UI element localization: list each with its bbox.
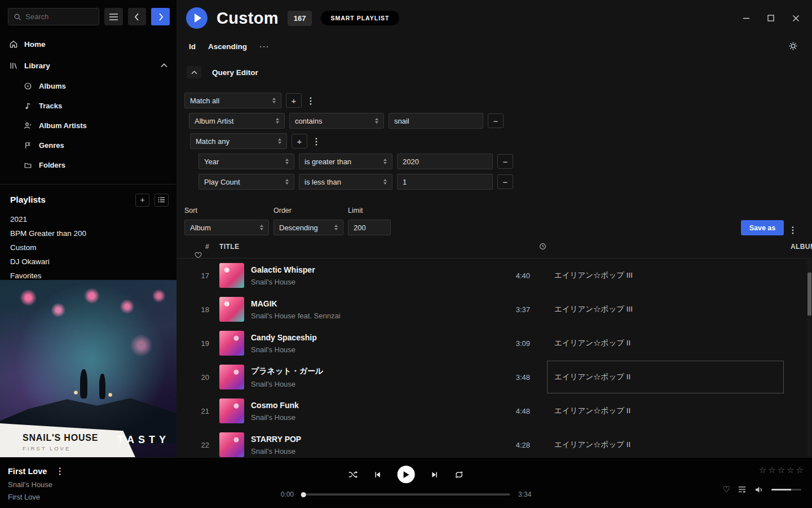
add-rule-button[interactable]: + bbox=[286, 93, 302, 108]
chevron-up-icon[interactable] bbox=[161, 63, 167, 68]
sort-dropdown[interactable]: Album bbox=[184, 220, 269, 235]
volume-slider[interactable] bbox=[771, 489, 801, 491]
sidebar-item-album-artists[interactable]: Album Artists bbox=[0, 116, 176, 135]
rule-field-dropdown[interactable]: Play Count bbox=[198, 174, 294, 190]
heart-icon[interactable] bbox=[194, 251, 202, 259]
repeat-button[interactable] bbox=[454, 470, 465, 480]
playlists-header: Playlists + bbox=[10, 191, 169, 208]
nav-back-button[interactable] bbox=[128, 8, 147, 25]
seek-handle[interactable] bbox=[301, 492, 306, 497]
search-input[interactable] bbox=[25, 12, 94, 21]
star-icon[interactable]: ☆ bbox=[787, 465, 794, 475]
maximize-button[interactable] bbox=[762, 10, 779, 27]
next-button[interactable] bbox=[430, 470, 439, 480]
track-row[interactable]: 19 Candy Spaceship Snail's House 3:09 エイ… bbox=[176, 326, 812, 360]
scrollbar-thumb[interactable] bbox=[807, 273, 811, 316]
track-row[interactable]: 21 Cosmo Funk Snail's House 4:48 エイリアン☆ポ… bbox=[176, 394, 812, 428]
match-mode-dropdown[interactable]: Match all bbox=[184, 93, 281, 108]
play-playlist-button[interactable] bbox=[186, 7, 208, 29]
rule-value-input[interactable] bbox=[389, 113, 483, 129]
order-dropdown[interactable]: Descending bbox=[273, 220, 343, 235]
rule-field-dropdown[interactable]: Album Artist bbox=[189, 113, 285, 129]
column-header-number[interactable]: # bbox=[176, 243, 219, 251]
favorite-heart-icon[interactable]: ♡ bbox=[723, 484, 730, 494]
sidebar-item-genres[interactable]: Genres bbox=[0, 135, 176, 155]
rule-value-input[interactable] bbox=[397, 154, 493, 169]
seek-bar[interactable] bbox=[302, 493, 510, 496]
track-album: エイリアン☆ポップ III bbox=[547, 259, 784, 292]
shuffle-button[interactable] bbox=[348, 470, 359, 480]
rule-operator-dropdown[interactable]: is greater than bbox=[299, 154, 392, 169]
minimize-button[interactable] bbox=[738, 10, 754, 27]
rule-value-input[interactable] bbox=[397, 174, 493, 190]
menu-button[interactable] bbox=[104, 8, 123, 25]
collapse-query-editor-button[interactable] bbox=[187, 66, 201, 78]
track-count-badge: 167 bbox=[288, 11, 312, 26]
dropdown-value: is less than bbox=[304, 178, 341, 186]
track-artist: Snail's House bbox=[251, 447, 491, 456]
minus-icon: − bbox=[503, 157, 508, 167]
track-row[interactable]: 17 Galactic Whisper Snail's House 4:40 エ… bbox=[176, 259, 812, 292]
play-icon bbox=[195, 14, 201, 23]
remove-rule-button[interactable]: − bbox=[497, 174, 513, 189]
sidebar-item-albums[interactable]: Albums bbox=[0, 76, 176, 96]
playlist-item[interactable]: DJ Okawari bbox=[0, 255, 176, 269]
track-title-block: STARRY POP Snail's House bbox=[251, 435, 491, 456]
queue-icon[interactable] bbox=[738, 485, 747, 494]
group-match-mode-dropdown[interactable]: Match any bbox=[190, 133, 287, 149]
track-album-focused[interactable]: エイリアン☆ポップ II bbox=[547, 361, 784, 393]
sidebar-item-tracks[interactable]: Tracks bbox=[0, 96, 176, 116]
sidebar-item-folders[interactable]: Folders bbox=[0, 155, 176, 175]
sidebar-item-home[interactable]: Home bbox=[0, 33, 176, 55]
playlist-item[interactable]: 2021 bbox=[0, 212, 176, 226]
add-group-rule-button[interactable]: + bbox=[292, 134, 307, 148]
sidebar-item-label: Album Artists bbox=[39, 121, 87, 130]
add-playlist-button[interactable]: + bbox=[135, 194, 149, 207]
clock-icon[interactable] bbox=[539, 242, 547, 251]
star-icon[interactable]: ☆ bbox=[796, 465, 804, 475]
group-menu-button[interactable]: ⋮ bbox=[312, 136, 321, 147]
playlist-item[interactable]: BPM Greater than 200 bbox=[0, 226, 176, 240]
column-header-album[interactable]: ALBUM bbox=[784, 243, 812, 251]
star-icon[interactable]: ☆ bbox=[759, 465, 766, 475]
play-pause-button[interactable] bbox=[398, 466, 415, 483]
sidebar-item-library[interactable]: Library bbox=[0, 55, 176, 76]
playlist-list-button[interactable] bbox=[155, 194, 169, 207]
save-menu-button[interactable]: ⋮ bbox=[788, 225, 797, 235]
sort-label: Sort bbox=[184, 207, 269, 214]
track-number: 21 bbox=[176, 407, 219, 415]
previous-button[interactable] bbox=[373, 470, 383, 480]
sort-direction-button[interactable]: Ascending bbox=[208, 42, 247, 51]
limit-input[interactable] bbox=[348, 220, 391, 235]
now-playing-menu-button[interactable]: ⋮ bbox=[55, 466, 64, 476]
track-artist: Snail's House feat. Sennzai bbox=[251, 312, 491, 320]
close-button[interactable] bbox=[787, 10, 804, 27]
scrollbar-track[interactable] bbox=[807, 258, 811, 457]
list-icon bbox=[158, 196, 165, 203]
rule-operator-dropdown[interactable]: contains bbox=[289, 113, 384, 129]
settings-gear-icon[interactable] bbox=[788, 41, 798, 51]
star-icon[interactable]: ☆ bbox=[768, 465, 775, 475]
track-row[interactable]: 18 MAGIK Snail's House feat. Sennzai 3:3… bbox=[176, 292, 812, 326]
previous-icon bbox=[373, 470, 383, 480]
remove-rule-button[interactable]: − bbox=[497, 154, 513, 169]
sidebar-item-label: Genres bbox=[39, 141, 64, 150]
save-as-button[interactable]: Save as bbox=[741, 220, 784, 235]
column-header-title[interactable]: TITLE bbox=[219, 243, 491, 251]
more-options-button[interactable]: ··· bbox=[259, 42, 270, 51]
search-box[interactable] bbox=[8, 8, 99, 25]
transport-controls: 0:00 3:34 bbox=[281, 466, 532, 498]
nav-forward-button[interactable] bbox=[151, 8, 170, 25]
track-number: 19 bbox=[176, 339, 219, 348]
sort-field-button[interactable]: Id bbox=[189, 42, 196, 51]
volume-icon[interactable] bbox=[754, 485, 764, 494]
rule-operator-dropdown[interactable]: is less than bbox=[299, 174, 392, 190]
playlist-item[interactable]: Custom bbox=[0, 240, 176, 255]
rule-field-dropdown[interactable]: Year bbox=[198, 154, 294, 169]
star-icon[interactable]: ☆ bbox=[778, 465, 785, 475]
sort-column: Sort Album bbox=[184, 207, 269, 235]
rule-menu-button[interactable]: ⋮ bbox=[306, 95, 315, 106]
track-row[interactable]: 20 プラネット・ガール Snail's House 3:48 エイリアン☆ポッ… bbox=[176, 360, 812, 394]
track-row[interactable]: 22 STARRY POP Snail's House 4:28 エイリアン☆ポ… bbox=[176, 428, 812, 457]
remove-rule-button[interactable]: − bbox=[488, 113, 504, 128]
